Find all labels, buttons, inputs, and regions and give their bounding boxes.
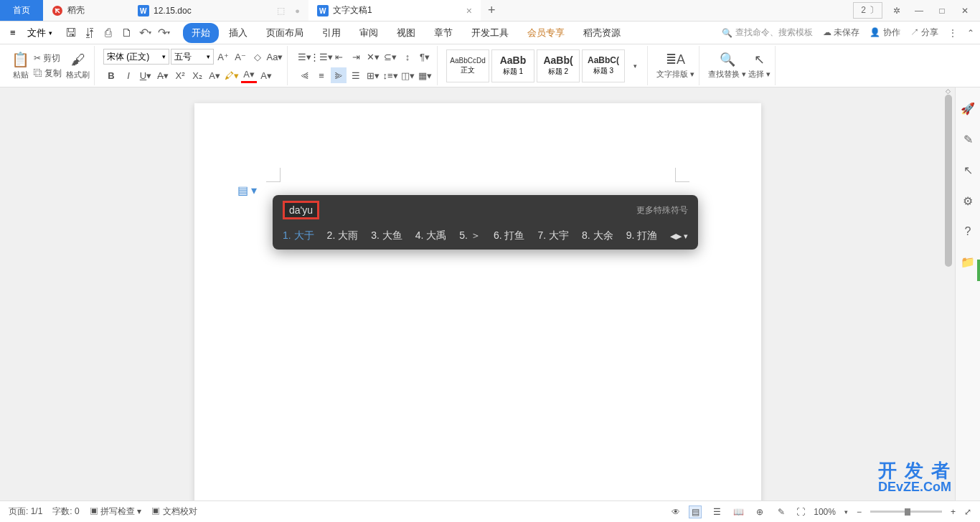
pen-icon[interactable]: ✎: [963, 133, 973, 146]
scrollbar[interactable]: ◇: [943, 87, 954, 500]
font-size-select[interactable]: 五号▾: [171, 49, 214, 65]
justify-icon[interactable]: ☰: [348, 67, 364, 83]
ime-candidate-2[interactable]: 2. 大雨: [327, 229, 359, 242]
tab-doc2[interactable]: W 文字文稿1 ×: [308, 0, 481, 21]
show-marks-icon[interactable]: ¶▾: [417, 49, 433, 65]
clear-format-icon[interactable]: ◇: [250, 49, 265, 65]
paste-button[interactable]: 📋 粘贴: [11, 51, 29, 80]
ribbon-tab-insert[interactable]: 插入: [220, 23, 256, 43]
ribbon-tab-references[interactable]: 引用: [314, 23, 349, 43]
grow-font-icon[interactable]: A⁺: [215, 49, 231, 65]
ime-candidate-7[interactable]: 7. 大宇: [537, 229, 569, 242]
file-menu[interactable]: 文件 ▾: [23, 24, 57, 42]
text-layout-button[interactable]: ≣A 文字排版 ▾: [656, 52, 694, 80]
ribbon-tab-layout[interactable]: 页面布局: [258, 23, 312, 43]
ime-more-symbols[interactable]: 更多特殊符号: [636, 204, 688, 217]
focus-icon[interactable]: ✎: [775, 506, 788, 518]
align-right-icon[interactable]: ⫸: [331, 67, 347, 83]
ribbon-tab-start[interactable]: 开始: [183, 23, 219, 43]
shrink-font-icon[interactable]: A⁻: [232, 49, 248, 65]
borders-icon[interactable]: ▦▾: [417, 67, 433, 83]
align-left-icon[interactable]: ⫷: [296, 67, 312, 83]
command-search[interactable]: 🔍 查找命令、搜索模板: [722, 27, 813, 39]
ribbon-tab-review[interactable]: 审阅: [351, 23, 387, 43]
text-direction-icon[interactable]: ✕▾: [365, 49, 381, 65]
ime-nav[interactable]: ◀▶ ▾: [670, 232, 688, 241]
outline-icon[interactable]: ☰: [710, 506, 723, 518]
highlight-button[interactable]: 🖍▾: [224, 67, 240, 83]
badge-icon[interactable]: 2〕: [853, 2, 882, 19]
ribbon-tab-resource[interactable]: 稻壳资源: [575, 23, 629, 43]
distribute-icon[interactable]: ⊞▾: [365, 67, 381, 83]
app-icon[interactable]: ✲: [890, 4, 904, 17]
zoom-in-button[interactable]: +: [951, 507, 956, 517]
style-h2[interactable]: AaBb( 标题 2: [537, 49, 580, 82]
tab-docker[interactable]: 稻壳: [43, 0, 129, 21]
web-layout-icon[interactable]: ⊕: [753, 506, 766, 518]
font-name-select[interactable]: 宋体 (正文)▾: [103, 49, 169, 65]
tab-pin-icon[interactable]: ⬚: [277, 6, 285, 16]
change-case-icon[interactable]: Aa▾: [267, 49, 283, 65]
share-button[interactable]: ↗ 分享: [910, 27, 938, 39]
reading-icon[interactable]: 📖: [732, 506, 745, 518]
fit-icon[interactable]: ⛶: [796, 507, 805, 517]
ime-candidate-3[interactable]: 3. 大鱼: [371, 229, 402, 242]
font-color-button[interactable]: A▾: [241, 67, 257, 83]
spellcheck-button[interactable]: ▣ 拼写检查 ▾: [90, 506, 142, 518]
decrease-indent-icon[interactable]: ⇤: [331, 49, 347, 65]
tab-doc1[interactable]: W 12.15.doc ⬚ ●: [129, 0, 308, 21]
preview-icon[interactable]: 🗋: [120, 26, 134, 40]
ribbon-tab-view[interactable]: 视图: [388, 23, 424, 43]
ime-candidate-6[interactable]: 6. 打鱼: [494, 229, 525, 242]
ime-candidate-4[interactable]: 4. 大禹: [415, 229, 447, 242]
unsaved-button[interactable]: ☁ 未保存: [823, 27, 859, 39]
zoom-thumb[interactable]: [905, 508, 910, 516]
style-h3[interactable]: AaBbC( 标题 3: [582, 49, 625, 82]
zoom-slider[interactable]: [870, 511, 942, 513]
styles-more-icon[interactable]: ▾: [627, 58, 643, 74]
print-icon[interactable]: ⎙: [101, 26, 116, 40]
zoom-level[interactable]: 100%: [814, 507, 836, 517]
print-layout-icon[interactable]: ▤: [689, 506, 702, 518]
help-icon[interactable]: ?: [965, 225, 971, 238]
shading-icon[interactable]: ◫▾: [400, 67, 415, 83]
sort-icon[interactable]: ↕: [400, 49, 415, 65]
maximize-button[interactable]: □: [934, 4, 950, 17]
bold-button[interactable]: B: [103, 67, 119, 83]
docproof-button[interactable]: ▣ 文档校对: [151, 506, 197, 518]
ribbon-tab-vip[interactable]: 会员专享: [519, 23, 573, 43]
tab-add-button[interactable]: +: [481, 0, 503, 21]
page-status[interactable]: 页面: 1/1: [9, 506, 42, 518]
page[interactable]: ▤ ▾: [194, 103, 761, 500]
ribbon-tab-section[interactable]: 章节: [425, 23, 461, 43]
zoom-dropdown-icon[interactable]: ▾: [844, 508, 848, 516]
more-icon[interactable]: ⋮: [948, 28, 957, 38]
superscript-button[interactable]: X²: [172, 67, 188, 83]
tab-close-icon[interactable]: ×: [466, 5, 472, 16]
arrow-icon[interactable]: ↖: [963, 163, 973, 177]
collapse-ribbon-icon[interactable]: ⌃: [967, 28, 974, 38]
ime-candidate-1[interactable]: 1. 大于: [283, 229, 314, 242]
align-text-icon[interactable]: ⊆▾: [382, 49, 398, 65]
scroll-thumb[interactable]: [945, 95, 952, 267]
tab-home[interactable]: 首页: [0, 0, 43, 21]
word-count[interactable]: 字数: 0: [52, 506, 79, 518]
zoom-out-button[interactable]: −: [857, 507, 862, 517]
style-h1[interactable]: AaBb 标题 1: [491, 49, 534, 82]
ime-candidate-5[interactable]: 5. ＞: [459, 229, 481, 242]
strike-button[interactable]: A̶▾: [155, 67, 171, 83]
style-body[interactable]: AaBbCcDd 正文: [446, 49, 489, 82]
cut-button[interactable]: ✂剪切: [32, 52, 64, 65]
collab-button[interactable]: 👤 协作: [870, 27, 900, 39]
char-shading-button[interactable]: A▾: [258, 67, 274, 83]
eye-icon[interactable]: 👁: [672, 507, 680, 517]
ime-candidate-9[interactable]: 9. 打渔: [626, 229, 658, 242]
align-center-icon[interactable]: ≡: [314, 67, 329, 83]
undo-icon[interactable]: ↶▾: [138, 26, 153, 40]
format-painter-button[interactable]: 🖌 格式刷: [66, 52, 90, 80]
paragraph-menu-icon[interactable]: ▤ ▾: [237, 184, 257, 197]
copy-button[interactable]: ⿻复制: [32, 67, 64, 80]
close-button[interactable]: ✕: [957, 4, 973, 17]
italic-button[interactable]: I: [121, 67, 136, 83]
select-button[interactable]: ↖ 选择 ▾: [748, 52, 771, 80]
